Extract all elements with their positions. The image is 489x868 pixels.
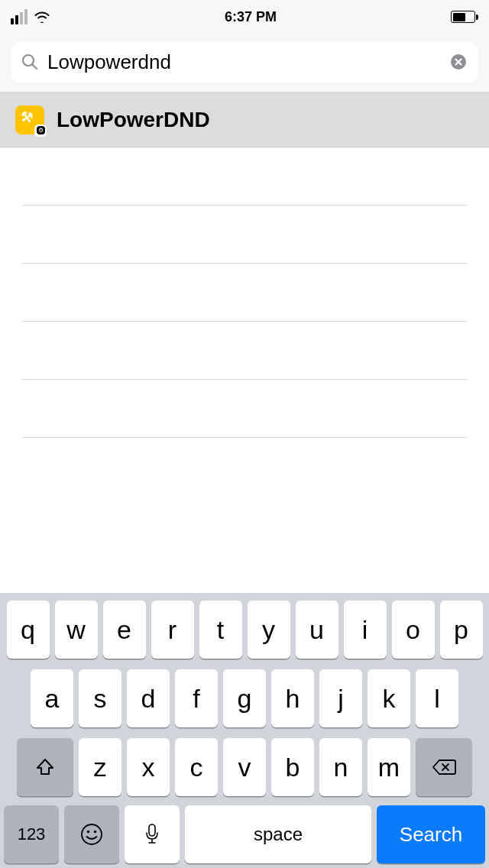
key-p[interactable]: p: [440, 601, 483, 659]
keyboard-row-1: q w e r t y u i o p: [4, 601, 485, 659]
search-icon: [21, 53, 38, 70]
key-dictation[interactable]: [125, 805, 180, 863]
key-shift[interactable]: [17, 738, 73, 796]
status-left: [11, 9, 50, 24]
search-result[interactable]: ⚒ ⚙ LowPowerDND: [0, 92, 489, 147]
key-u[interactable]: u: [296, 601, 338, 659]
key-g[interactable]: g: [223, 669, 266, 727]
list-item: [21, 147, 468, 206]
status-bar: 6:37 PM: [0, 0, 489, 34]
key-i[interactable]: i: [344, 601, 387, 659]
keyboard-row-4: 123 space Search: [4, 805, 485, 863]
key-t[interactable]: t: [199, 601, 242, 659]
svg-line-1: [33, 65, 37, 70]
key-s[interactable]: s: [79, 669, 121, 727]
key-x[interactable]: x: [127, 738, 170, 796]
list-item: [21, 206, 468, 264]
status-time: 6:37 PM: [225, 9, 277, 25]
list-item: [21, 380, 468, 438]
key-e[interactable]: e: [103, 601, 146, 659]
app-icon: ⚒ ⚙: [15, 105, 44, 134]
key-emoji[interactable]: [64, 805, 119, 863]
key-z[interactable]: z: [79, 738, 121, 796]
list-item: [21, 322, 468, 380]
key-r[interactable]: r: [151, 601, 194, 659]
key-backspace[interactable]: [416, 738, 472, 796]
signal-icon: [11, 9, 28, 24]
key-l[interactable]: l: [416, 669, 458, 727]
battery-icon: [451, 11, 478, 23]
key-o[interactable]: o: [392, 601, 435, 659]
key-b[interactable]: b: [271, 738, 314, 796]
key-h[interactable]: h: [271, 669, 314, 727]
svg-rect-10: [149, 824, 155, 836]
key-space[interactable]: space: [185, 805, 371, 863]
svg-point-9: [94, 831, 97, 834]
search-input[interactable]: [47, 50, 440, 74]
key-a[interactable]: a: [31, 669, 73, 727]
search-container: [0, 34, 489, 92]
wifi-icon: [34, 11, 50, 23]
key-m[interactable]: m: [368, 738, 410, 796]
key-w[interactable]: w: [55, 601, 98, 659]
key-q[interactable]: q: [7, 601, 50, 659]
svg-point-8: [87, 831, 90, 834]
svg-point-7: [82, 824, 102, 844]
key-j[interactable]: j: [319, 669, 362, 727]
key-k[interactable]: k: [368, 669, 410, 727]
key-y[interactable]: y: [248, 601, 290, 659]
key-v[interactable]: v: [223, 738, 266, 796]
empty-list: [0, 147, 489, 438]
key-numbers[interactable]: 123: [4, 805, 59, 863]
keyboard: q w e r t y u i o p a s d f g h j k l z …: [0, 593, 489, 868]
list-item: [21, 264, 468, 322]
key-n[interactable]: n: [319, 738, 362, 796]
key-d[interactable]: d: [127, 669, 170, 727]
result-title: LowPowerDND: [57, 108, 210, 132]
key-search[interactable]: Search: [377, 805, 485, 863]
clear-icon[interactable]: [449, 53, 468, 71]
keyboard-row-3: z x c v b n m: [4, 738, 485, 796]
key-c[interactable]: c: [175, 738, 218, 796]
search-field[interactable]: [11, 41, 478, 83]
keyboard-row-2: a s d f g h j k l: [4, 669, 485, 727]
key-f[interactable]: f: [175, 669, 218, 727]
